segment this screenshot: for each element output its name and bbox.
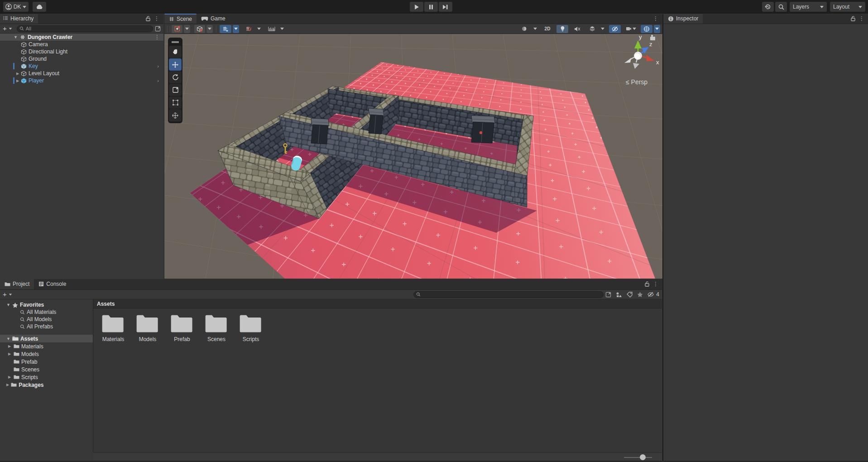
svg-text:y: y — [639, 34, 642, 40]
svg-text:Y: Y — [226, 27, 228, 30]
svg-text:z: z — [649, 41, 652, 48]
svg-text:x: x — [656, 59, 659, 66]
svg-text:≤ Persp: ≤ Persp — [626, 78, 647, 86]
